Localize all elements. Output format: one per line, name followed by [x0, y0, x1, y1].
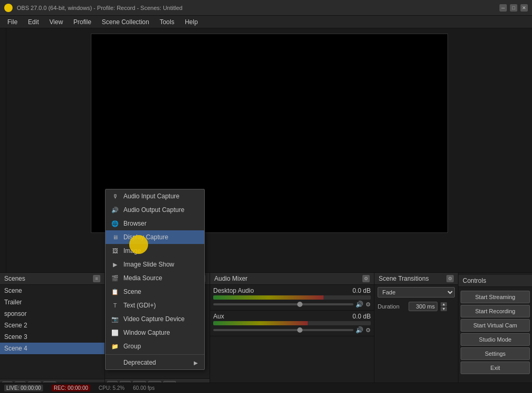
ctx-image[interactable]: 🖼 Image — [106, 244, 204, 258]
audio-settings-icon-desktop[interactable]: ⚙ — [366, 301, 371, 308]
ctx-group-label: Group — [123, 343, 141, 350]
audio-slider-thumb-aux[interactable] — [297, 327, 302, 333]
scene-item-trailer[interactable]: Trailer — [0, 296, 105, 308]
audio-track-desktop: Desktop Audio 0.0 dB 🔊 ⚙ — [210, 285, 374, 311]
exit-button[interactable]: Exit — [461, 362, 530, 374]
globe-icon: 🌐 — [111, 219, 119, 228]
scene-icon: 📋 — [111, 288, 119, 296]
mute-icon-desktop[interactable]: 🔊 — [356, 301, 363, 308]
camera-icon: 📷 — [111, 315, 119, 323]
audio-mixer: Audio Mixer ⚙ Desktop Audio 0.0 dB 🔊 — [210, 273, 374, 393]
duration-up-arrow[interactable]: ▲ — [441, 302, 447, 306]
audio-track-desktop-level: 0.0 dB — [352, 287, 371, 294]
monitor-icon: 🖥 — [111, 233, 119, 241]
audio-slider-desktop[interactable] — [213, 303, 353, 305]
duration-spinbox-arrows: ▲ ▼ — [441, 302, 447, 311]
ctx-scene[interactable]: 📋 Scene — [106, 285, 204, 299]
ctx-image-slide-show-label: Image Slide Show — [123, 261, 174, 268]
audio-slider-thumb-desktop[interactable] — [297, 302, 302, 307]
audio-mixer-title: Audio Mixer — [214, 275, 247, 282]
scenes-title: Scenes — [4, 275, 25, 282]
audio-level-fill-desktop — [213, 295, 324, 300]
menu-edit[interactable]: Edit — [23, 17, 44, 27]
audio-slider-aux[interactable] — [213, 329, 353, 331]
scene-item-sponsor[interactable]: sponsor — [0, 308, 105, 320]
text-icon: T — [111, 301, 119, 310]
ctx-window-capture-label: Window Capture — [123, 329, 170, 336]
mute-icon-aux[interactable]: 🔊 — [356, 326, 363, 334]
menu-file[interactable]: File — [2, 17, 23, 27]
ctx-separator — [106, 354, 204, 355]
duration-down-arrow[interactable]: ▼ — [441, 307, 447, 311]
transition-select[interactable]: Fade Cut Swipe — [378, 287, 455, 298]
film-icon: 🎬 — [111, 274, 119, 282]
controls-title: Controls — [463, 277, 486, 284]
ctx-audio-input[interactable]: 🎙 Audio Input Capture — [106, 189, 204, 203]
audio-track-aux-header: Aux 0.0 dB — [213, 313, 371, 320]
status-bar: LIVE: 00:00:00 REC: 00:00:00 CPU: 5.2% 6… — [0, 383, 532, 393]
ctx-text-gdi[interactable]: T Text (GDI+) — [106, 299, 204, 312]
scene-list: Scene Trailer sponsor Scene 2 Scene 3 Sc… — [0, 285, 105, 379]
scene-item-3[interactable]: Scene 3 — [0, 331, 105, 343]
ctx-display-capture[interactable]: 🖥 Display Capture — [106, 230, 204, 244]
ctx-video-capture-label: Video Capture Device — [123, 315, 185, 323]
rec-status: REC: 00:00:00 — [51, 385, 90, 391]
ctx-video-capture[interactable]: 📷 Video Capture Device — [106, 312, 204, 326]
cursor-indicator — [129, 235, 148, 254]
slides-icon: ▶ — [111, 260, 119, 269]
ctx-media-source[interactable]: 🎬 Media Source — [106, 271, 204, 285]
scenes-settings-icon[interactable]: ≡ — [93, 275, 100, 282]
ctx-group[interactable]: 📁 Group — [106, 339, 204, 353]
ctx-deprecated[interactable]: Deprecated ▶ — [106, 356, 204, 369]
duration-input[interactable] — [409, 302, 437, 311]
audio-track-desktop-label: Desktop Audio — [213, 287, 254, 294]
menu-bar: File Edit View Profile Scene Collection … — [0, 16, 532, 28]
menu-help[interactable]: Help — [180, 17, 203, 27]
window-controls: ─ □ ✕ — [499, 4, 528, 12]
title-bar: OBS 27.0.0 (64-bit, windows) - Profile: … — [0, 0, 532, 16]
ctx-scene-label: Scene — [123, 288, 141, 295]
controls-header: Controls — [458, 275, 532, 287]
panels-row: Scenes ≡ Scene Trailer sponsor Scene 2 S… — [0, 272, 532, 393]
ctx-audio-output-label: Audio Output Capture — [123, 206, 184, 214]
audio-level-bar-aux — [213, 321, 371, 325]
scene-item-2[interactable]: Scene 2 — [0, 320, 105, 331]
audio-mixer-settings-icon[interactable]: ⚙ — [362, 275, 370, 282]
ctx-audio-output[interactable]: 🔊 Audio Output Capture — [106, 203, 204, 217]
audio-track-aux-label: Aux — [213, 313, 224, 320]
scene-transitions-settings-icon[interactable]: ⚙ — [446, 275, 454, 282]
close-button[interactable]: ✕ — [520, 4, 528, 12]
window-title: OBS 27.0.0 (64-bit, windows) - Profile: … — [17, 5, 182, 11]
duration-label: Duration — [378, 303, 406, 310]
image-icon: 🖼 — [111, 247, 119, 255]
start-virtual-cam-button[interactable]: Start Virtual Cam — [461, 319, 530, 332]
menu-scene-collection[interactable]: Scene Collection — [97, 17, 154, 27]
audio-mixer-header: Audio Mixer ⚙ — [210, 273, 374, 285]
controls-panel: Controls Start Streaming Start Recording… — [458, 273, 532, 393]
audio-level-fill-aux — [213, 321, 308, 325]
window-icon: ⬜ — [111, 328, 119, 337]
scene-item-4[interactable]: Scene 4 — [0, 343, 105, 354]
studio-mode-button[interactable]: Studio Mode — [461, 333, 530, 346]
menu-view[interactable]: View — [44, 17, 68, 27]
scene-transitions-icons: ⚙ — [446, 275, 454, 282]
ctx-audio-input-label: Audio Input Capture — [123, 193, 180, 200]
ctx-browser[interactable]: 🌐 Browser — [106, 217, 204, 230]
settings-button[interactable]: Settings — [461, 347, 530, 360]
ctx-deprecated-label: Deprecated — [123, 359, 156, 366]
ctx-window-capture[interactable]: ⬜ Window Capture — [106, 326, 204, 339]
audio-level-bar-desktop — [213, 295, 371, 300]
maximize-button[interactable]: □ — [510, 4, 517, 12]
scene-item[interactable]: Scene — [0, 285, 105, 296]
menu-tools[interactable]: Tools — [154, 17, 180, 27]
start-streaming-button[interactable]: Start Streaming — [461, 291, 530, 303]
fps-status: 60.00 fps — [133, 385, 154, 391]
mic-icon: 🎙 — [111, 192, 119, 200]
ctx-browser-label: Browser — [123, 220, 147, 227]
menu-profile[interactable]: Profile — [68, 17, 97, 27]
minimize-button[interactable]: ─ — [499, 4, 507, 12]
start-recording-button[interactable]: Start Recording — [461, 305, 530, 317]
scenes-panel: Scenes ≡ Scene Trailer sponsor Scene 2 S… — [0, 273, 105, 393]
ctx-image-slide-show[interactable]: ▶ Image Slide Show — [106, 258, 204, 271]
audio-settings-icon-aux[interactable]: ⚙ — [366, 327, 371, 334]
